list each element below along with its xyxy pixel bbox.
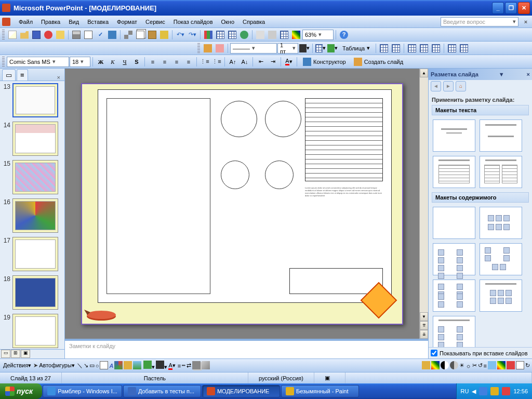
tray-icon[interactable] (502, 387, 510, 395)
font-size-combo[interactable]: 18 (70, 57, 90, 67)
zoom-combo[interactable]: 63% (302, 30, 334, 40)
taskpane-menu-button[interactable]: ▼ (499, 71, 504, 77)
help-search-input[interactable]: Введите вопрос (441, 17, 518, 26)
split-cell-button[interactable] (390, 43, 402, 54)
vertical-scrollbar[interactable]: ▲ ▼ ⇈ ⇊ (419, 69, 428, 339)
doc-close-button[interactable]: × (522, 18, 530, 26)
language-status[interactable]: русский (Россия) (248, 373, 314, 383)
more-contrast-button[interactable] (441, 361, 449, 370)
taskpane-back-button[interactable]: ◄ (431, 81, 441, 91)
underline-button[interactable]: Ч (119, 56, 130, 68)
slides-tab-thumbnails[interactable]: ▭ (2, 69, 16, 81)
font-name-combo[interactable]: Comic Sans MS (7, 57, 69, 67)
align-left-button[interactable]: ≡ (147, 56, 158, 68)
scroll-up-button[interactable]: ▲ (420, 69, 428, 77)
print-preview-button[interactable] (83, 29, 94, 41)
tray-icon[interactable]: ◀ (472, 388, 476, 395)
layout-content[interactable] (480, 207, 522, 239)
copy-button[interactable] (135, 29, 146, 41)
sorter-view-button[interactable]: ⊞ (11, 350, 20, 358)
new-button[interactable] (7, 29, 18, 41)
border-color-button[interactable]: ▾ (299, 43, 310, 54)
line-style-button[interactable]: ≡ (178, 363, 181, 369)
taskbar-item[interactable]: МОДЕЛИРОВАНИЕ (202, 385, 280, 397)
outside-borders-button[interactable]: ▾ (315, 43, 326, 54)
numbering-button[interactable]: ⋮≡ (199, 56, 210, 68)
crayon-clipart[interactable] (83, 302, 119, 323)
menu-tools[interactable]: Сервис (141, 17, 169, 26)
layout-two-column[interactable] (480, 156, 522, 188)
permission-button[interactable] (43, 29, 54, 41)
normal-view-button[interactable]: ▭ (1, 350, 10, 358)
slide-thumbnail[interactable]: 15 (2, 160, 62, 194)
align-bottom-button[interactable] (430, 43, 442, 54)
slide-canvas[interactable]: Lorem ipsum dolor sit amet consectetur a… (81, 83, 403, 325)
print-button[interactable] (71, 29, 82, 41)
layout-content-4[interactable] (433, 280, 475, 312)
layout-title-content-2[interactable] (433, 316, 475, 347)
layout-content-3[interactable] (480, 243, 522, 275)
picture-button[interactable] (133, 361, 141, 370)
slide-thumbnail[interactable]: 16 (2, 198, 62, 233)
recolor-button[interactable] (497, 361, 506, 370)
slides-panel-close[interactable]: × (55, 74, 62, 81)
menu-slideshow[interactable]: Показ слайдов (169, 17, 217, 26)
technical-drawing-image[interactable]: Lorem ipsum dolor sit amet consectetur a… (98, 89, 392, 303)
align-top-button[interactable] (406, 43, 418, 54)
email-button[interactable] (55, 29, 66, 41)
border-style-combo[interactable]: ——— (230, 43, 277, 54)
paste-button[interactable] (147, 29, 158, 41)
line-button[interactable]: ＼ (77, 362, 83, 369)
more-brightness-button[interactable]: ☀ (459, 362, 464, 369)
border-weight-combo[interactable]: 1 пт (277, 43, 298, 54)
draw-table-button[interactable] (202, 43, 214, 54)
bullets-button[interactable]: ⋮≡ (211, 56, 222, 68)
compress-pic-button[interactable] (488, 361, 496, 370)
notes-pane[interactable]: Заметки к слайду (65, 339, 428, 358)
tray-icon[interactable] (479, 387, 487, 395)
slide-thumbnail[interactable]: 17 (2, 237, 62, 271)
italic-button[interactable]: К (107, 56, 118, 68)
design-button[interactable]: Конструктор (299, 56, 350, 68)
actions-menu-button[interactable]: Действия▾ (3, 362, 31, 369)
taskbar-item[interactable]: Добавить в тесты п... (123, 385, 201, 397)
taskpane-close-button[interactable]: × (527, 71, 530, 77)
taskbar-item[interactable]: Рамблер - Windows I... (43, 385, 122, 397)
show-formatting-button[interactable] (267, 29, 278, 41)
arrow-button[interactable]: ↘ (84, 362, 88, 369)
diagram-button[interactable] (114, 361, 123, 370)
language-indicator[interactable]: RU (461, 388, 469, 394)
menu-window[interactable]: Окно (217, 17, 239, 26)
picture-tool-2[interactable] (431, 361, 440, 370)
dash-style-button[interactable]: ┅ (182, 362, 185, 369)
menu-file[interactable]: Файл (15, 17, 37, 26)
slide-thumbnail[interactable]: 14 (2, 122, 62, 156)
cut-button[interactable] (123, 29, 134, 41)
undo-button[interactable]: ↶▾ (175, 29, 186, 41)
shadow-style-button[interactable] (192, 361, 201, 370)
align-right-button[interactable]: ≡ (171, 56, 182, 68)
layout-content-2[interactable] (433, 243, 475, 275)
shadow-button[interactable]: S (131, 56, 142, 68)
slides-tab-outline[interactable]: ≡ (17, 69, 28, 81)
font-color-button[interactable]: A▾ (283, 56, 295, 68)
document-icon[interactable] (2, 18, 10, 26)
insert-chart-button[interactable] (203, 29, 214, 41)
fill-color-button[interactable]: ▾ (143, 361, 155, 370)
reset-picture-button[interactable]: ↻ (525, 362, 530, 369)
clock[interactable]: 12:56 (513, 388, 528, 394)
minimize-button[interactable]: _ (492, 2, 504, 14)
spelling-button[interactable]: ✓ (95, 29, 106, 41)
close-button[interactable]: ✕ (518, 2, 530, 14)
align-center-button[interactable]: ≡ (159, 56, 170, 68)
save-button[interactable] (31, 29, 42, 41)
rectangle-button[interactable]: ▭ (89, 362, 95, 369)
crop-button[interactable]: ✂ (472, 362, 477, 369)
format-picture-button[interactable] (507, 361, 515, 370)
menu-edit[interactable]: Правка (37, 17, 64, 26)
insert-table-button[interactable] (215, 29, 226, 41)
less-contrast-button[interactable] (450, 361, 458, 370)
toolbar-handle[interactable] (2, 57, 5, 67)
line-color-button[interactable]: ▾ (156, 361, 167, 370)
transparent-color-button[interactable] (516, 361, 524, 370)
